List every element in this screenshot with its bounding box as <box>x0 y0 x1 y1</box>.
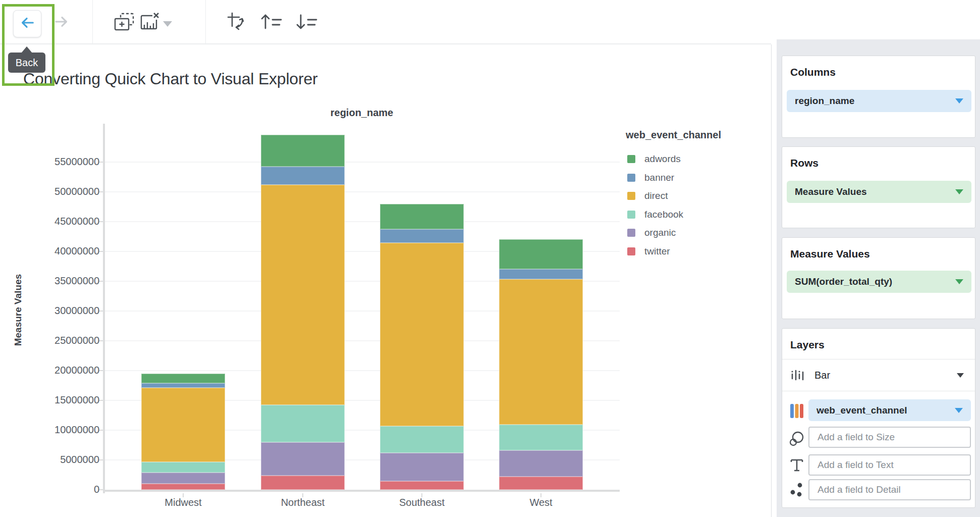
detail-field-input[interactable] <box>808 479 971 500</box>
y-tick-label: 55000000 <box>10 156 99 168</box>
legend-label: direct <box>644 190 668 201</box>
bar-segment-organic[interactable] <box>499 450 583 477</box>
columns-card: Columns region_name <box>782 56 975 138</box>
text-field-input[interactable] <box>808 454 971 476</box>
legend-label: adwords <box>644 153 681 165</box>
measure-values-field-pill[interactable]: SUM(order_total_qty) <box>787 271 971 293</box>
y-tick-label: 5000000 <box>10 454 99 466</box>
canvas-right-edge <box>771 44 772 517</box>
gridline <box>104 221 620 222</box>
legend-swatch <box>627 229 635 237</box>
x-axis-line <box>103 490 620 492</box>
bar-segment-twitter[interactable] <box>380 481 464 490</box>
rows-header: Rows <box>790 157 819 169</box>
bar-segment-direct[interactable] <box>380 243 464 426</box>
bar-segment-facebook[interactable] <box>499 425 583 450</box>
color-field-label: web_event_channel <box>816 405 907 416</box>
layer-type-row[interactable]: Bar <box>782 359 975 391</box>
text-icon <box>788 457 805 473</box>
legend-swatch <box>627 155 635 163</box>
detail-icon <box>788 482 805 498</box>
bar-segment-facebook[interactable] <box>261 405 345 442</box>
gridline <box>104 191 620 192</box>
measure-values-header: Measure Values <box>790 248 870 260</box>
legend-label: facebook <box>644 209 683 220</box>
bar-segment-adwords[interactable] <box>499 239 583 269</box>
bar-segment-direct[interactable] <box>261 185 345 405</box>
y-tick-label: 10000000 <box>10 424 99 436</box>
legend-label: twitter <box>644 246 670 257</box>
y-tick-label: 40000000 <box>10 245 99 257</box>
legend-swatch <box>627 211 635 219</box>
x-axis-label: Northeast <box>252 497 353 508</box>
y-axis-line <box>103 124 105 493</box>
y-tick-label: 50000000 <box>10 186 99 197</box>
size-icon <box>788 431 805 447</box>
bar-segment-organic[interactable] <box>261 442 345 476</box>
layer-type-label: Bar <box>814 370 830 381</box>
y-tick-label: 15000000 <box>10 394 99 406</box>
y-tick-label: 0 <box>10 484 99 495</box>
bar-segment-twitter[interactable] <box>261 476 345 490</box>
gridline <box>104 162 620 163</box>
measure-values-card: Measure Values SUM(order_total_qty) <box>782 237 975 319</box>
legend-label: banner <box>644 172 674 183</box>
rows-field-pill[interactable]: Measure Values <box>787 181 971 203</box>
bar-segment-banner[interactable] <box>261 167 345 184</box>
back-tooltip: Back <box>8 53 45 73</box>
x-axis-label: Midwest <box>133 497 234 508</box>
bar-segment-organic[interactable] <box>380 453 464 481</box>
y-tick-label: 35000000 <box>10 275 99 287</box>
bar-segment-facebook[interactable] <box>380 426 464 453</box>
color-field-pill[interactable]: web_event_channel <box>808 399 971 421</box>
bar-segment-banner[interactable] <box>499 269 583 279</box>
layers-header: Layers <box>790 339 825 351</box>
legend-swatch <box>627 192 635 200</box>
bar-segment-adwords[interactable] <box>380 204 464 230</box>
chevron-down-icon[interactable] <box>955 189 963 194</box>
bar-segment-banner[interactable] <box>141 383 225 388</box>
columns-field-label: region_name <box>795 95 854 107</box>
legend-swatch <box>627 247 635 255</box>
y-tick-label: 20000000 <box>10 365 99 376</box>
bar-segment-twitter[interactable] <box>499 477 583 490</box>
divider <box>782 391 975 391</box>
bar-segment-direct[interactable] <box>141 388 225 462</box>
columns-field-pill[interactable]: region_name <box>787 90 971 112</box>
bar-segment-twitter[interactable] <box>141 484 225 490</box>
x-axis-label: West <box>491 497 591 508</box>
layers-card: Layers Bar web_event_channel <box>782 328 975 508</box>
chevron-down-icon[interactable] <box>955 408 963 413</box>
x-axis-label: Southeast <box>371 497 472 508</box>
chart-plot-area: 0500000010000000150000002000000025000000… <box>0 0 771 517</box>
chevron-down-icon[interactable] <box>955 98 963 104</box>
chevron-down-icon[interactable] <box>955 279 963 284</box>
bar-segment-adwords[interactable] <box>141 374 225 383</box>
size-field-input[interactable] <box>808 427 971 448</box>
y-tick-label: 30000000 <box>10 305 99 317</box>
bar-segment-direct[interactable] <box>499 279 583 425</box>
color-legend-icon <box>788 403 805 419</box>
bar-segment-organic[interactable] <box>141 473 225 484</box>
chevron-down-icon[interactable] <box>957 373 964 378</box>
y-tick-label: 25000000 <box>10 335 99 346</box>
measure-values-field-label: SUM(order_total_qty) <box>795 276 892 287</box>
legend-swatch <box>627 174 635 182</box>
bar-segment-adwords[interactable] <box>261 135 345 167</box>
columns-header: Columns <box>790 66 836 78</box>
y-tick-label: 45000000 <box>10 216 99 227</box>
bar-chart-icon <box>789 368 806 383</box>
rows-card: Rows Measure Values <box>782 146 975 228</box>
bar-segment-facebook[interactable] <box>141 462 225 473</box>
rows-field-label: Measure Values <box>795 186 867 197</box>
legend-label: organic <box>644 227 676 238</box>
bar-segment-banner[interactable] <box>380 229 464 243</box>
